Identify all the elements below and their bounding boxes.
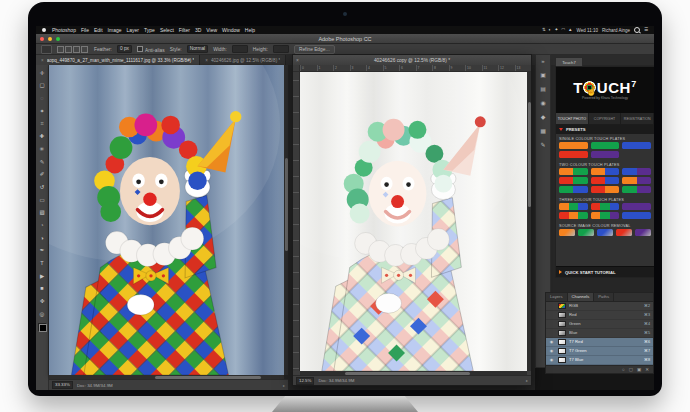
channel-row-green[interactable]: Green⌘4 <box>546 320 653 329</box>
expand-panels-icon[interactable]: » <box>541 57 544 65</box>
close-icon[interactable]: × <box>296 57 299 63</box>
touch-plate-swatch[interactable] <box>591 168 620 175</box>
touch7-tab-registration[interactable]: REGISTRATION <box>621 113 654 124</box>
channel-row-blue[interactable]: Blue⌘5 <box>546 329 653 338</box>
menu-layer[interactable]: Layer <box>127 26 140 34</box>
doc-tab-1[interactable]: × aopq_449870_a_27_man_with_mime_1111617… <box>36 55 200 65</box>
menu-view[interactable]: View <box>206 26 217 34</box>
tool-healing-brush[interactable]: ✳ <box>37 143 48 155</box>
touch-plate-swatch[interactable] <box>578 229 594 236</box>
touch-plate-swatch[interactable] <box>559 203 588 210</box>
airplay-icon[interactable]: ✦ <box>554 26 558 34</box>
touch7-tab-copyright[interactable]: COPYRIGHT <box>589 113 622 124</box>
touch-plate-swatch[interactable] <box>622 203 651 210</box>
spotlight-icon[interactable] <box>634 27 640 33</box>
tool-shape[interactable]: ■ <box>37 283 48 295</box>
presets-header[interactable]: PRESETS <box>556 125 654 134</box>
tool-eyedropper[interactable]: ✚ <box>37 130 48 142</box>
color-swatches[interactable] <box>38 323 47 332</box>
tool-clone-stamp[interactable]: ✐ <box>37 169 48 181</box>
close-icon[interactable]: × <box>205 58 208 63</box>
touch-plate-swatch[interactable] <box>622 177 651 184</box>
eject-icon[interactable]: ▲ <box>568 26 572 34</box>
floating-document-window[interactable]: × 40246626 copy @ 12.5% (RGB/8) * 012345… <box>292 54 532 386</box>
vertical-scrollbar[interactable] <box>284 65 288 375</box>
tool-hand[interactable]: ✜ <box>37 295 48 307</box>
apple-icon[interactable] <box>42 28 46 32</box>
menu-edit[interactable]: Edit <box>94 26 103 34</box>
panel-tab-paths[interactable]: Paths <box>594 293 614 301</box>
touch-plate-swatch[interactable] <box>622 142 651 149</box>
status-options-arrow[interactable]: ▸ <box>526 378 528 383</box>
tool-blur[interactable]: ◔ <box>37 219 48 231</box>
close-icon[interactable]: × <box>41 58 44 63</box>
channel-row-t7-red[interactable]: ◉T7 Red⌘6 <box>546 338 653 347</box>
save-selection-icon[interactable]: ▢ <box>629 367 633 372</box>
visibility-eye-icon[interactable]: ◉ <box>548 357 555 362</box>
touch-plate-swatch[interactable] <box>559 168 588 175</box>
tool-zoom[interactable]: ◎ <box>37 308 48 320</box>
tool-pen[interactable]: ✒ <box>37 245 48 257</box>
panel-tab-layers[interactable]: Layers <box>546 293 568 301</box>
panel-color-icon[interactable]: ▣ <box>540 71 546 79</box>
menu-help[interactable]: Help <box>245 26 255 34</box>
panel-tab-channels[interactable]: Channels <box>568 293 595 301</box>
touch-plate-swatch[interactable] <box>559 177 588 184</box>
channel-row-t7-blue[interactable]: ◉T7 Blue⌘8 <box>546 356 653 365</box>
touch-plate-swatch[interactable] <box>597 229 613 236</box>
tool-gradient[interactable]: ▨ <box>37 207 48 219</box>
touch-plate-swatch[interactable] <box>622 168 651 175</box>
panel-styles-icon[interactable]: ◆ <box>541 113 546 121</box>
doc-tab-2[interactable]: × 40246626.jpg @ 12.5% (RGB/8) * <box>200 55 286 65</box>
panel-swatches-icon[interactable]: ▤ <box>540 85 546 93</box>
menu-photoshop[interactable]: Photoshop <box>52 26 76 34</box>
touch-plate-swatch[interactable] <box>591 142 620 149</box>
anti-alias-checkbox[interactable] <box>137 46 143 52</box>
tool-dodge[interactable]: ◑ <box>37 232 48 244</box>
touch-plate-swatch[interactable] <box>559 229 575 236</box>
menu-filter[interactable]: Filter <box>179 26 190 34</box>
touch-plate-swatch[interactable] <box>591 151 620 158</box>
tool-history-brush[interactable]: ↺ <box>37 181 48 193</box>
tool-marquee[interactable]: ▢ <box>37 80 48 92</box>
panel-brushes-icon[interactable]: ▦ <box>540 127 546 135</box>
user-menu[interactable]: Richard Ainge <box>602 28 630 33</box>
menu-type[interactable]: Type <box>144 26 155 34</box>
display-icon[interactable]: ◐ <box>549 26 552 34</box>
wifi-icon[interactable]: ◠ <box>561 26 565 34</box>
touch-plate-swatch[interactable] <box>559 151 588 158</box>
menu-window[interactable]: Window <box>222 26 240 34</box>
vertical-scrollbar[interactable] <box>527 72 531 371</box>
load-selection-icon[interactable]: ○ <box>622 367 625 372</box>
tool-type[interactable]: T <box>37 257 48 269</box>
menu-select[interactable]: Select <box>160 26 174 34</box>
menu-file[interactable]: File <box>81 26 89 34</box>
zoom-level-field[interactable]: 33.33% <box>52 381 73 389</box>
touch-plate-swatch[interactable] <box>616 229 632 236</box>
tool-lasso[interactable]: ◌ <box>37 92 48 104</box>
visibility-eye-icon[interactable]: ◉ <box>548 348 555 353</box>
status-options-arrow[interactable]: ▸ <box>283 383 285 388</box>
width-input[interactable] <box>232 45 248 53</box>
touch-plate-swatch[interactable] <box>591 212 620 219</box>
tool-path-selection[interactable]: ▶ <box>37 270 48 282</box>
channel-row-red[interactable]: Red⌘3 <box>546 311 653 320</box>
touch-plate-swatch[interactable] <box>559 186 588 193</box>
touch7-tab-touch7-photo[interactable]: TOUCH7 PHOTO <box>556 113 589 124</box>
touch-plate-swatch[interactable] <box>591 203 620 210</box>
feather-input[interactable]: 0 px <box>117 45 132 53</box>
height-input[interactable] <box>273 45 289 53</box>
new-channel-icon[interactable]: ▣ <box>637 367 641 372</box>
visibility-eye-icon[interactable]: ◉ <box>548 339 555 344</box>
touch-plate-swatch[interactable] <box>622 212 651 219</box>
touch-plate-swatch[interactable] <box>591 177 620 184</box>
refine-edge-button[interactable]: Refine Edge… <box>294 45 335 54</box>
quick-start-tutorial-button[interactable]: QUICK START TUTORIAL <box>556 266 654 277</box>
menu-3d[interactable]: 3D <box>195 26 201 34</box>
sync-icon[interactable]: ⇅ <box>542 26 546 34</box>
style-select[interactable]: Normal <box>187 45 208 53</box>
touch-plate-swatch[interactable] <box>559 142 588 149</box>
touch-plate-swatch[interactable] <box>635 229 651 236</box>
photo-clown-separation[interactable] <box>300 72 527 371</box>
notification-center-icon[interactable]: ☰ <box>644 26 648 34</box>
